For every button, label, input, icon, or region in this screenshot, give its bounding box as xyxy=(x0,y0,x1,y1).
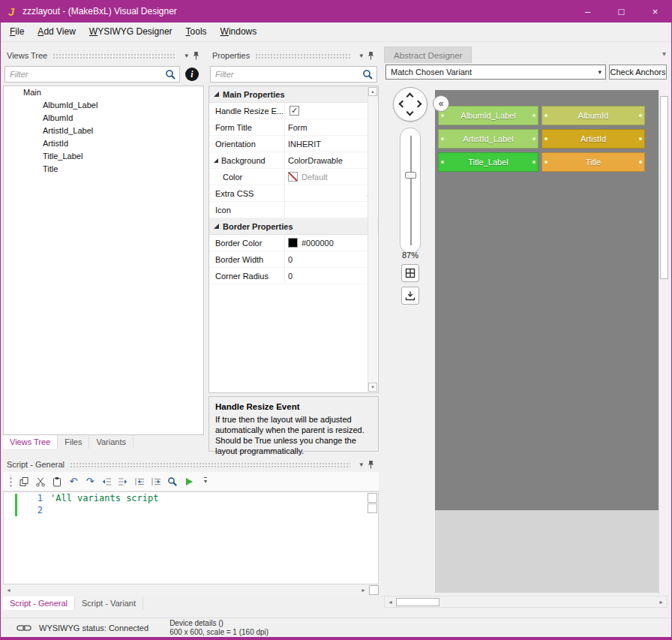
tree-node[interactable]: ArtistId xyxy=(4,137,203,150)
background-dropdown[interactable]: ColorDrawable▾ xyxy=(285,152,378,168)
redo-icon[interactable]: ↷ xyxy=(82,473,98,490)
view-block-albumid-label[interactable]: AlbumId_Label xyxy=(438,106,538,125)
tab-views-tree[interactable]: Views Tree xyxy=(3,435,58,449)
border-width-value[interactable]: 0 xyxy=(285,251,378,267)
scroll-down-icon[interactable]: ▾ xyxy=(368,383,377,392)
collapse-triangle-icon[interactable] xyxy=(214,158,218,163)
variant-select[interactable]: Match Chosen Variant ▾ xyxy=(386,65,606,80)
pin-icon[interactable] xyxy=(367,51,375,61)
property-group-main[interactable]: Main Properties xyxy=(209,86,378,103)
view-block-title-label[interactable]: Title_Label xyxy=(438,152,538,172)
tree-node-main[interactable]: Main xyxy=(4,86,203,99)
maximize-button[interactable]: □ xyxy=(604,0,638,23)
menu-wysiwyg-designer[interactable]: WYSIWYG Designer xyxy=(82,23,179,41)
navigation-pad[interactable] xyxy=(393,87,428,122)
shift-left-icon[interactable] xyxy=(131,473,148,490)
search-icon[interactable] xyxy=(165,69,176,80)
indent-icon[interactable] xyxy=(115,473,131,490)
shift-right-icon[interactable] xyxy=(148,473,164,490)
nav-up-icon[interactable] xyxy=(406,93,414,101)
zoom-slider[interactable] xyxy=(400,128,421,254)
tree-node[interactable]: AlbumId xyxy=(4,112,203,125)
menu-tools[interactable]: Tools xyxy=(179,23,214,41)
search-icon[interactable] xyxy=(362,69,374,80)
property-grid-scrollbar[interactable]: ▴ ▾ xyxy=(368,87,377,392)
cut-icon[interactable] xyxy=(32,473,49,490)
corner-radius-value[interactable]: 0 xyxy=(285,268,378,284)
extra-css-button[interactable]: ... xyxy=(285,185,378,201)
canvas-horizontal-scrollbar[interactable]: ◂ ▸ xyxy=(384,596,668,608)
icon-dropdown[interactable]: ▾ xyxy=(285,202,378,218)
tree-node[interactable]: ArtistId_Label xyxy=(4,125,203,137)
collapse-triangle-icon xyxy=(214,224,219,229)
zoom-slider-thumb[interactable] xyxy=(405,172,416,179)
view-block-label: Title xyxy=(586,158,601,167)
form-title-value[interactable]: Form xyxy=(285,119,378,135)
nav-left-icon[interactable] xyxy=(399,101,406,108)
panel-menu-arrow-icon[interactable]: ▾ xyxy=(184,52,188,59)
load-layout-button[interactable] xyxy=(401,287,419,305)
panel-menu-arrow-icon[interactable]: ▾ xyxy=(359,52,363,59)
scroll-right-icon[interactable]: ▸ xyxy=(656,596,667,607)
close-button[interactable]: × xyxy=(638,0,672,23)
orientation-dropdown[interactable]: INHERIT▾ xyxy=(285,136,378,152)
menu-add-view[interactable]: Add View xyxy=(31,23,82,41)
panel-menu-arrow-icon[interactable]: ▾ xyxy=(662,50,666,58)
scroll-left-icon[interactable]: ◂ xyxy=(3,584,14,595)
tree-node[interactable]: Title_Label xyxy=(4,150,203,163)
pin-icon[interactable] xyxy=(367,460,375,470)
search-icon[interactable] xyxy=(164,473,181,490)
toolbar-overflow-icon[interactable]: ▾ xyxy=(197,473,214,490)
properties-filter-input[interactable] xyxy=(211,70,362,79)
view-block-title[interactable]: Title xyxy=(542,152,645,172)
zoom-level-label: 87% xyxy=(398,251,422,260)
tab-files[interactable]: Files xyxy=(58,435,89,449)
scroll-up-icon[interactable]: ▴ xyxy=(368,87,377,96)
pin-icon[interactable] xyxy=(192,51,200,61)
views-tree-filter-input[interactable] xyxy=(5,70,165,79)
nav-down-icon[interactable] xyxy=(406,109,414,116)
info-icon[interactable]: i xyxy=(185,68,199,81)
tree-node[interactable]: AlbumId_Label xyxy=(4,99,203,112)
property-row-border-width: Border Width 0 xyxy=(209,251,378,268)
view-block-artistid-label[interactable]: ArtistId_Label xyxy=(438,129,538,149)
scroll-right-icon[interactable]: ▸ xyxy=(358,584,369,595)
editor-splitter-button[interactable] xyxy=(368,503,377,513)
handle-resize-checkbox[interactable] xyxy=(290,106,299,116)
paste-icon[interactable] xyxy=(49,473,65,490)
nav-right-icon[interactable] xyxy=(415,101,422,108)
window-title: zzzlayout - (MakeBxL) Visual Designer xyxy=(22,6,177,17)
tab-script-variant[interactable]: Script - Variant xyxy=(75,596,143,610)
tab-script-general[interactable]: Script - General xyxy=(3,596,75,610)
editor-horizontal-scrollbar[interactable]: ◂ ▸ xyxy=(3,584,379,595)
check-anchors-button[interactable]: Check Anchors xyxy=(609,65,667,80)
script-header: Script - General ▾ xyxy=(3,457,379,472)
view-block-albumid[interactable]: AlbumId xyxy=(542,106,645,125)
tab-abstract-designer[interactable]: Abstract Designer xyxy=(384,47,472,63)
property-row-color: Color Default▾ xyxy=(209,169,378,185)
collapse-sidebar-button[interactable]: « xyxy=(433,95,449,112)
minimize-button[interactable]: – xyxy=(571,0,604,23)
border-color-dropdown[interactable]: #000000▾ xyxy=(285,235,378,251)
scroll-left-icon[interactable]: ◂ xyxy=(385,596,396,607)
designer-canvas[interactable]: AlbumId_Label AlbumId ArtistId_Label Art… xyxy=(435,90,658,510)
view-block-artistid[interactable]: ArtistId xyxy=(542,129,645,149)
code-editor[interactable]: 1 'All variants script 2 xyxy=(3,491,379,584)
outdent-icon[interactable] xyxy=(98,473,115,490)
undo-icon[interactable]: ↶ xyxy=(65,473,82,490)
color-dropdown[interactable]: Default▾ xyxy=(285,169,378,185)
menu-file[interactable]: File xyxy=(3,23,31,41)
fit-to-screen-button[interactable] xyxy=(401,264,419,282)
toolbar-grip-handle[interactable] xyxy=(8,475,13,488)
tree-node[interactable]: Title xyxy=(4,163,203,176)
copy-icon[interactable] xyxy=(16,473,32,490)
panel-menu-arrow-icon[interactable]: ▾ xyxy=(359,461,363,468)
scrollbar-thumb[interactable] xyxy=(396,598,440,606)
tab-variants[interactable]: Variants xyxy=(89,435,134,449)
run-icon[interactable] xyxy=(181,473,197,490)
property-group-border[interactable]: Border Properties xyxy=(209,218,378,235)
scrollbar-thumb[interactable] xyxy=(660,96,668,279)
menu-windows[interactable]: Windows xyxy=(214,23,264,41)
canvas-vertical-scrollbar[interactable] xyxy=(658,90,669,594)
editor-splitter-button[interactable] xyxy=(368,493,377,503)
